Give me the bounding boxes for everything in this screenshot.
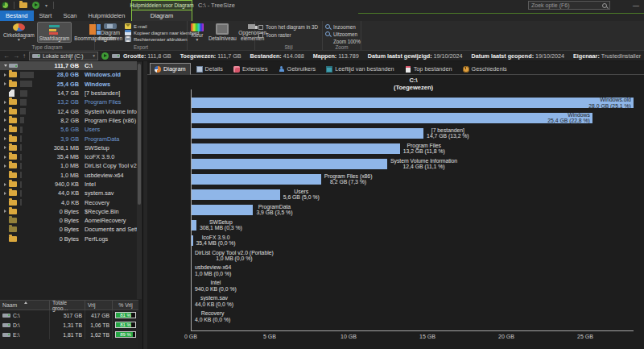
stat-value: 111,7 GB [217,52,241,60]
tab-extensies[interactable]: Extensies [229,63,273,75]
quick-access-caret-icon[interactable]: ▾ [45,2,47,8]
tree-item[interactable]: 0 Bytes$Recycle.Bin [0,207,137,216]
diagram-exporteren-button[interactable]: Diagram exporteren [96,22,125,43]
collapsed-chevron-icon[interactable] [2,192,9,195]
drive-total-cell: 517 GB [50,310,85,320]
tab-geschiedenis[interactable]: Geschiedenis [458,63,512,75]
drive-selector[interactable]: Lokale schijf (C:) ▾ [29,52,98,60]
tree-item-size: 940,0 KB [19,181,79,188]
open-folder-icon[interactable] [19,2,27,8]
expanded-chevron-icon[interactable] [2,64,9,67]
chart-bar[interactable] [192,205,253,215]
collapsed-chevron-icon[interactable] [2,101,9,104]
x-axis-tick-label: 25 GB [569,334,601,339]
chart-bar[interactable] [192,220,196,231]
drive-row[interactable]: D:\1,31 TB1,06 TB81 % [0,320,138,330]
tree-item[interactable]: 12,4 GBSystem Volume Information [0,106,137,115]
ribbon-tab-scan[interactable]: Scan [57,10,82,21]
drive-row[interactable]: C:\517 GB417 GB81 % [0,310,138,320]
tree-item[interactable]: 0 BytesDocuments and Settings [0,225,137,234]
detailniveau-button[interactable]: Detailniveau [206,22,239,43]
folder-icon [9,163,19,168]
drive-row[interactable]: E:\1,81 TB1,62 TB89 % [0,330,138,339]
tree-item[interactable]: 8,2 GBProgram Files (x86) [0,116,137,125]
tab-leeftijd-van-bestanden[interactable]: Leeftijd van bestanden [321,63,398,75]
tree-item[interactable]: 0 BytesAomeiRecovery [0,216,137,225]
collapsed-chevron-icon[interactable] [2,73,9,77]
bar-label: [7 bestanden]14,7 GB (13,2 %) [427,127,469,139]
collapsed-chevron-icon[interactable] [2,183,9,186]
kleur-button[interactable]: Kleur ▾ [188,22,206,43]
tab-diagram[interactable]: Diagram [150,63,191,75]
up-icon[interactable]: ↑ [23,52,26,60]
column-header-vrij[interactable]: Vrij [85,301,113,310]
collapsed-chevron-icon[interactable] [2,164,9,168]
tree-item[interactable]: 13,2 GBProgram Files [0,98,137,106]
collapsed-chevron-icon[interactable] [2,210,9,213]
tree-item[interactable]: 308,1 MBSWSetup [0,143,137,152]
tree-item[interactable]: 25,4 GBWindows [0,80,137,89]
tree-item[interactable]: 3,9 GBProgramData [0,134,137,143]
collapsed-chevron-icon[interactable] [2,146,9,149]
folder-icon [9,99,19,105]
search-input[interactable]: Zoek optie (F6) [528,1,610,10]
tree-item-name: IcoFX 3.9.0 [85,153,114,160]
tree-root-row[interactable]: 111,7 GBC:\ [0,61,137,70]
start-scan-button[interactable] [101,52,109,60]
tree-item[interactable]: 44,0 KBsystem.sav [0,189,137,197]
tree-scrollbar[interactable] [137,62,142,299]
column-header-pct-vrij[interactable]: % Vrij [113,301,138,310]
folder-icon [9,154,19,160]
chart-bar[interactable] [192,143,400,154]
forward-icon[interactable]: → [13,52,19,60]
checkbox-icon[interactable] [258,25,263,30]
collapsed-chevron-icon[interactable] [2,128,9,131]
chart-bar[interactable] [192,159,387,169]
ribbon: Cirkeldiagram ▾ Staafdiagram Boommapdiag… [0,21,644,50]
tree-item[interactable]: 1,0 MBDirList Copy Tool v2.0 (Portable) [0,161,137,170]
uitzoomen-button[interactable]: Uitzoomen [325,31,360,37]
staafdiagram-button[interactable]: Staafdiagram [37,22,72,43]
ribbon-tab-bestand[interactable]: Bestand [0,10,34,21]
collapsed-chevron-icon[interactable] [2,156,9,159]
tree-item[interactable]: 4,0 KBRecovery [0,197,137,206]
back-icon[interactable]: ← [3,52,10,60]
tree-item[interactable]: 35,4 MBIcoFX 3.9.0 [0,152,137,161]
zoom-100-button[interactable]: Zoom 100% [325,39,360,44]
collapsed-chevron-icon[interactable] [2,110,9,113]
tree-item[interactable]: 1,0 MBusbdeview-x64 [0,171,137,180]
chart-bar[interactable] [192,189,280,200]
tree-item[interactable]: 5,6 GBUsers [0,125,137,134]
toon-3d-checkbox[interactable]: Toon het diagram in 3D [258,24,321,30]
cirkeldiagram-button[interactable]: Cirkeldiagram ▾ [1,22,37,43]
search-icon[interactable] [602,3,607,8]
drive-free-cell: 1,62 TB [85,330,113,339]
chart-bar[interactable] [192,174,321,185]
tree-item[interactable]: 0 BytesPerfLogs [0,235,137,243]
chevron-down-icon: ▾ [196,38,199,41]
checkbox-icon[interactable] [258,33,263,38]
chart-bar[interactable] [192,128,423,139]
tab-details[interactable]: Details [192,63,228,75]
rescan-icon[interactable] [32,2,39,9]
collapsed-chevron-icon[interactable] [2,118,9,122]
tab-top-bestanden[interactable]: Top bestanden [400,63,457,75]
collapsed-chevron-icon[interactable] [2,82,9,85]
view-tab-bar: DiagramDetailsExtensiesGebruikersLeeftij… [147,63,644,75]
chart-bar[interactable] [192,235,193,246]
scrollbar-thumb[interactable] [138,64,141,205]
ribbon-tab-hulpmiddelen[interactable]: Hulpmiddelen [82,10,130,21]
inzoomen-button[interactable]: Inzoomen [325,24,360,30]
column-header-totale-grootte[interactable]: Totale groo... [50,301,85,310]
tree-item[interactable]: 940,0 KBIntel [0,180,137,189]
collapsed-chevron-icon[interactable] [2,137,9,140]
tab-diagram[interactable]: Diagram [131,10,192,21]
tab-gebruikers[interactable]: Gebruikers [274,63,321,75]
chart-bar[interactable]: Windows25,4 GB (22,8 %) [192,113,592,123]
tree-item[interactable]: 28,0 GBWindows.old [0,70,137,79]
chart-bar[interactable]: Windows.old28,0 GB (25,1 %) [192,98,634,108]
ribbon-tab-start[interactable]: Start [34,10,58,21]
toon-raster-checkbox[interactable]: Toon raster [258,32,321,38]
minimize-button[interactable]: — [633,0,639,10]
tree-item[interactable]: 14,7 GB[7 bestanden] [0,89,137,98]
